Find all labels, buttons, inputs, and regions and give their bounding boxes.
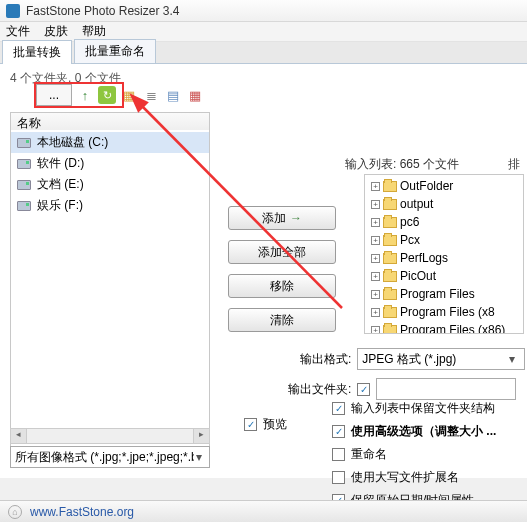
folder-icon — [383, 181, 397, 192]
expand-icon[interactable]: + — [371, 290, 380, 299]
drive-item[interactable]: 软件 (D:) — [11, 153, 209, 174]
preview-check[interactable]: ✓ — [244, 418, 257, 431]
tree-item[interactable]: +OutFolder — [367, 177, 521, 195]
expand-icon[interactable]: + — [371, 182, 380, 191]
tab-batch-convert[interactable]: 批量转换 — [2, 40, 72, 64]
expand-icon[interactable]: + — [371, 200, 380, 209]
menu-skin[interactable]: 皮肤 — [44, 23, 68, 40]
up-folder-icon[interactable]: ↑ — [76, 86, 94, 104]
drive-icon — [17, 159, 31, 169]
tree-item[interactable]: +PicOut — [367, 267, 521, 285]
chevron-down-icon: ▾ — [504, 352, 520, 366]
reload-icon[interactable]: ↻ — [98, 86, 116, 104]
tab-batch-rename[interactable]: 批量重命名 — [74, 39, 156, 63]
folder-icon — [383, 325, 397, 335]
expand-icon[interactable]: + — [371, 308, 380, 317]
drive-item[interactable]: 娱乐 (F:) — [11, 195, 209, 216]
drive-icon — [17, 180, 31, 190]
tree-item[interactable]: +Program Files (x86) — [367, 321, 521, 334]
drive-item[interactable]: 本地磁盘 (C:) — [11, 132, 209, 153]
folder-icon[interactable]: ▦ — [120, 86, 138, 104]
folder-icon — [383, 253, 397, 264]
view-thumb-icon[interactable]: ▦ — [186, 86, 204, 104]
remove-button[interactable]: 移除 — [228, 274, 336, 298]
website-link[interactable]: www.FastStone.org — [30, 505, 134, 519]
folder-icon — [383, 289, 397, 300]
folder-icon — [383, 217, 397, 228]
file-filter-select[interactable]: 所有图像格式 (*.jpg;*.jpe;*.jpeg;*.bmp;*.gif;*… — [10, 446, 210, 468]
source-toolbar: ... ↑ ↻ ▦ ≣ ▤ ▦ — [36, 84, 204, 106]
add-button[interactable]: 添加→ — [228, 206, 336, 230]
check-use-advanced[interactable]: ✓使用高级选项（调整大小 ... — [332, 423, 496, 440]
drive-icon — [17, 138, 31, 148]
tree-item[interactable]: +pc6 — [367, 213, 521, 231]
chevron-down-icon: ▾ — [194, 450, 205, 464]
out-folder-label: 输出文件夹: — [288, 381, 351, 398]
tabbar: 批量转换 批量重命名 — [0, 42, 527, 64]
statusbar: ⌂ www.FastStone.org — [0, 500, 527, 522]
horiz-scrollbar[interactable]: ◂ ▸ — [10, 428, 210, 444]
tree-item[interactable]: +output — [367, 195, 521, 213]
folder-icon — [383, 307, 397, 318]
app-icon — [6, 4, 20, 18]
arrow-right-icon: → — [290, 211, 302, 225]
tree-item[interactable]: +Program Files (x8 — [367, 303, 521, 321]
out-folder-input[interactable] — [376, 378, 516, 400]
menu-file[interactable]: 文件 — [6, 23, 30, 40]
check-rename[interactable]: 重命名 — [332, 446, 496, 463]
scroll-left-icon[interactable]: ◂ — [11, 429, 27, 443]
window-title: FastStone Photo Resizer 3.4 — [26, 4, 179, 18]
titlebar: FastStone Photo Resizer 3.4 — [0, 0, 527, 22]
transfer-buttons: 添加→ 添加全部 移除 清除 — [228, 206, 336, 332]
expand-icon[interactable]: + — [371, 272, 380, 281]
out-format-label: 输出格式: — [300, 351, 351, 368]
row-preview: ✓ 预览 — [244, 416, 287, 433]
browse-button[interactable]: ... — [36, 84, 72, 106]
check-upper-ext[interactable]: 使用大写文件扩展名 — [332, 469, 496, 486]
content-area: 4 个文件夹, 0 个文件 ... ↑ ↻ ▦ ≣ ▤ ▦ 名称 本地磁盘 (C… — [0, 64, 527, 478]
add-all-button[interactable]: 添加全部 — [228, 240, 336, 264]
scroll-right-icon[interactable]: ▸ — [193, 429, 209, 443]
folder-icon — [383, 199, 397, 210]
check-preserve-struct[interactable]: ✓输入列表中保留文件夹结构 — [332, 400, 496, 417]
tree-item[interactable]: +Pcx — [367, 231, 521, 249]
expand-icon[interactable]: + — [371, 254, 380, 263]
folder-icon — [383, 271, 397, 282]
row-output-format: 输出格式: JPEG 格式 (*.jpg)▾ — [300, 348, 525, 370]
expand-icon[interactable]: + — [371, 236, 380, 245]
tree-item[interactable]: +PerfLogs — [367, 249, 521, 267]
clear-button[interactable]: 清除 — [228, 308, 336, 332]
home-icon[interactable]: ⌂ — [8, 505, 22, 519]
source-list[interactable]: 本地磁盘 (C:) 软件 (D:) 文档 (E:) 娱乐 (F:) — [10, 130, 210, 458]
drive-item[interactable]: 文档 (E:) — [11, 174, 209, 195]
view-list-icon[interactable]: ≣ — [142, 86, 160, 104]
row-output-folder: 输出文件夹: ✓ — [288, 378, 516, 400]
out-format-select[interactable]: JPEG 格式 (*.jpg)▾ — [357, 348, 525, 370]
drive-icon — [17, 201, 31, 211]
input-list-label: 输入列表: 665 个文件 — [345, 156, 459, 173]
view-details-icon[interactable]: ▤ — [164, 86, 182, 104]
folder-tree[interactable]: +OutFolder +output +pc6 +Pcx +PerfLogs +… — [364, 174, 524, 334]
folder-icon — [383, 235, 397, 246]
menu-help[interactable]: 帮助 — [82, 23, 106, 40]
expand-icon[interactable]: + — [371, 218, 380, 227]
out-folder-check[interactable]: ✓ — [357, 383, 370, 396]
preview-label: 预览 — [263, 416, 287, 433]
tree-item[interactable]: +Program Files — [367, 285, 521, 303]
expand-icon[interactable]: + — [371, 326, 380, 335]
sort-label[interactable]: 排 — [508, 156, 520, 173]
